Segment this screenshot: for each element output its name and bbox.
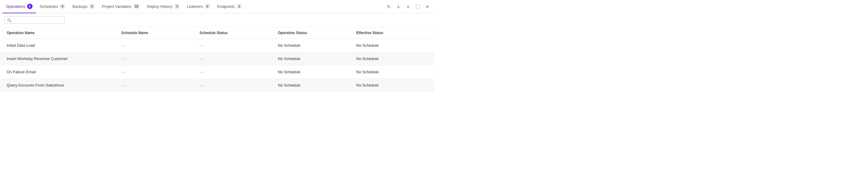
search-bar: 🔍: [0, 13, 434, 27]
col-operation-status: Operation Status: [276, 30, 354, 36]
cell-actions: [432, 69, 434, 75]
tab-label-operations: Operations: [6, 4, 25, 9]
toolbar-actions: ↻ ∧ ∨ ⛶ ✕: [384, 2, 432, 11]
cell-schedule-status: ---: [197, 40, 276, 51]
table-header: Operation Name Schedule Name Schedule St…: [0, 27, 434, 39]
cell-actions: [432, 82, 434, 88]
tab-schedules[interactable]: Schedules0: [36, 0, 69, 13]
cell-operation-name: Insert Workday Revenue Customer: [4, 53, 119, 64]
cell-schedule-status: ---: [197, 67, 276, 77]
tab-project-variables[interactable]: Project Variables18: [98, 0, 144, 13]
tab-deploy-history[interactable]: Deploy History3: [144, 0, 184, 13]
refresh-button[interactable]: ↻: [384, 2, 393, 11]
cell-schedule-status: ---: [197, 80, 276, 90]
cell-operation-status: No Schedule: [276, 80, 354, 90]
tab-listeners[interactable]: Listeners0: [183, 0, 214, 13]
tab-label-listeners: Listeners: [187, 4, 203, 9]
cell-schedule-name: ---: [119, 67, 197, 77]
cell-schedule-name: ---: [119, 40, 197, 51]
cell-effective-status: No Schedule: [354, 53, 432, 64]
expand-button[interactable]: ⛶: [413, 2, 422, 11]
cell-actions: [432, 43, 434, 49]
scroll-up-button[interactable]: ∧: [394, 2, 403, 11]
col-actions: Actions: [432, 30, 434, 36]
search-input[interactable]: [13, 18, 62, 22]
cell-operation-status: No Schedule: [276, 40, 354, 51]
cell-effective-status: No Schedule: [354, 80, 432, 90]
cell-operation-name: Initial Data Load: [4, 40, 119, 51]
tab-badge-deploy-history: 3: [174, 4, 180, 9]
tab-label-schedules: Schedules: [40, 4, 58, 9]
cell-effective-status: No Schedule: [354, 40, 432, 51]
tab-backups[interactable]: Backups0: [69, 0, 98, 13]
search-icon: 🔍: [7, 18, 11, 22]
table-row: On Failure Email------No ScheduleNo Sche…: [0, 65, 434, 79]
table-row: Initial Data Load------No ScheduleNo Sch…: [0, 39, 434, 52]
tab-badge-listeners: 0: [205, 4, 210, 9]
tab-label-backups: Backups: [72, 4, 87, 9]
table-row: Query Accounts From Salesforce------No S…: [0, 79, 434, 92]
tab-badge-endpoints: 1: [237, 4, 242, 9]
cell-effective-status: No Schedule: [354, 67, 432, 77]
search-input-wrap: 🔍: [4, 16, 64, 24]
tab-badge-project-variables: 18: [133, 4, 140, 9]
tab-label-deploy-history: Deploy History: [147, 4, 173, 9]
cell-operation-status: No Schedule: [276, 53, 354, 64]
tab-badge-backups: 0: [89, 4, 95, 9]
tab-label-endpoints: Endpoints: [217, 4, 235, 9]
close-button[interactable]: ✕: [423, 2, 432, 11]
tab-badge-operations: 5: [27, 4, 33, 9]
col-schedule-name: Schedule Name: [119, 30, 197, 36]
operations-table: Operation Name Schedule Name Schedule St…: [0, 27, 434, 92]
cell-operation-name: On Failure Email: [4, 67, 119, 77]
tab-badge-schedules: 0: [60, 4, 65, 9]
cell-schedule-status: ---: [197, 53, 276, 64]
tab-label-project-variables: Project Variables: [102, 4, 131, 9]
col-operation-name: Operation Name: [4, 30, 119, 36]
col-effective-status: Effective Status: [354, 30, 432, 36]
table-body: Initial Data Load------No ScheduleNo Sch…: [0, 39, 434, 92]
tab-endpoints[interactable]: Endpoints1: [214, 0, 246, 13]
col-schedule-status: Schedule Status: [197, 30, 276, 36]
cell-operation-name: Query Accounts From Salesforce: [4, 80, 119, 90]
cell-schedule-name: ---: [119, 53, 197, 64]
tab-bar: Operations5Schedules0Backups0Project Var…: [0, 0, 434, 13]
scroll-down-button[interactable]: ∨: [404, 2, 412, 11]
cell-operation-status: No Schedule: [276, 67, 354, 77]
cell-actions: [432, 56, 434, 62]
table-row: Insert Workday Revenue Customer------No …: [0, 52, 434, 65]
tab-operations[interactable]: Operations5: [2, 0, 36, 13]
cell-schedule-name: ---: [119, 80, 197, 90]
